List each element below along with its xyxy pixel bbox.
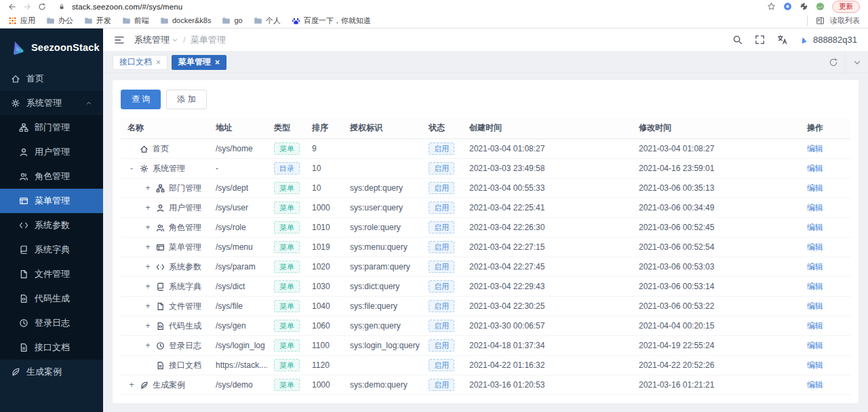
sidebar-item-dept-mgmt[interactable]: 部门管理 [0, 115, 103, 140]
sidebar-item-label: 首页 [26, 73, 44, 85]
bookmark-front[interactable]: 前端 [122, 16, 149, 26]
sidebar-item-api-doc[interactable]: 接口文档 [0, 335, 103, 360]
extensions-puzzle-icon[interactable] [800, 2, 808, 11]
close-icon[interactable]: × [156, 58, 161, 67]
tree-expander[interactable]: + [144, 203, 152, 212]
sidebar-item-code-gen[interactable]: 代码生成 [0, 286, 103, 311]
tabbar: 接口文档×菜单管理× [103, 52, 868, 73]
menu-icon [19, 196, 28, 206]
type-badge: 菜单 [274, 202, 300, 214]
edit-link[interactable]: 编辑 [807, 341, 823, 350]
edit-link[interactable]: 编辑 [807, 282, 823, 291]
sidebar-collapse-icon[interactable] [114, 35, 125, 45]
topbar: 系统管理 / 菜单管理 888882q31 [103, 29, 868, 52]
sidebar-item-user-mgmt[interactable]: 用户管理 [0, 140, 103, 164]
bookmark-apps[interactable]: 应用 [8, 16, 35, 26]
sidebar-item-sys-params[interactable]: 系统参数 [0, 213, 103, 238]
status-badge: 启用 [429, 202, 454, 214]
address-bar[interactable]: stack.seezoon.com/#/sys/menu [72, 3, 182, 11]
sidebar-item-label: 登录日志 [35, 317, 70, 329]
edit-link[interactable]: 编辑 [807, 321, 823, 331]
lock-icon[interactable] [58, 3, 65, 10]
add-button[interactable]: 添 加 [166, 90, 206, 109]
type-badge: 菜单 [274, 359, 300, 371]
table-row: 首页/sys/home菜单9启用2021-03-04 01:08:272021-… [121, 139, 850, 159]
search-icon[interactable] [732, 35, 743, 45]
sidebar-item-sys-dict[interactable]: 系统字典 [0, 238, 103, 262]
fullscreen-icon[interactable] [755, 35, 765, 45]
tab-api-doc[interactable]: 接口文档× [113, 55, 167, 70]
tree-expander[interactable]: + [144, 223, 152, 232]
translate-icon[interactable] [777, 35, 787, 45]
extension-icon[interactable] [783, 2, 792, 11]
menu-permission: sys:login_log:query [343, 336, 422, 356]
demo-icon [140, 381, 149, 390]
refresh-tab-icon[interactable] [822, 52, 845, 73]
menu-name: 角色管理 [169, 222, 201, 233]
table-row: +系统参数/sys/param菜单1020sys:param:query启用20… [121, 257, 850, 277]
reload-icon[interactable] [38, 3, 46, 11]
reading-list-label: 读取列表 [830, 16, 860, 26]
tree-expander[interactable]: + [144, 183, 152, 193]
forward-icon[interactable] [23, 3, 31, 11]
bookmark-go[interactable]: go [222, 16, 242, 25]
browser-update-button[interactable]: 更新 [832, 1, 860, 13]
folder-icon [46, 16, 55, 25]
edit-link[interactable]: 编辑 [807, 164, 823, 173]
tree-expander[interactable]: + [144, 262, 152, 271]
tree-expander[interactable]: + [144, 321, 152, 331]
breadcrumb-parent[interactable]: 系统管理 [134, 34, 178, 46]
column-header: 操作 [800, 117, 850, 139]
type-badge: 菜单 [274, 143, 300, 155]
sidebar-item-home[interactable]: 首页 [0, 67, 103, 91]
tree-expander[interactable]: + [144, 301, 152, 311]
folder-icon [84, 16, 93, 25]
type-badge: 菜单 [274, 221, 300, 233]
edit-link[interactable]: 编辑 [807, 203, 823, 212]
browser-profile-avatar[interactable] [816, 2, 825, 11]
tree-expander[interactable]: + [144, 242, 152, 252]
tab-options-chevron-icon[interactable] [845, 52, 868, 73]
brand[interactable]: SeezoonStack [0, 29, 103, 67]
bookmark-work[interactable]: 办公 [46, 16, 73, 26]
sidebar-item-system-mgmt[interactable]: 系统管理 [0, 91, 103, 115]
bookmark-docker[interactable]: docker&k8s [160, 16, 211, 25]
edit-link[interactable]: 编辑 [807, 223, 823, 232]
tree-expander[interactable]: - [127, 164, 136, 173]
status-badge: 启用 [429, 300, 454, 312]
menu-permission: sys:dept:query [343, 179, 422, 198]
sidebar-item-demo-case[interactable]: 生成案例 [0, 360, 103, 384]
folder-icon [254, 16, 262, 25]
table-row: -系统管理-目录10启用2021-03-03 23:49:582021-04-1… [121, 159, 850, 179]
bookmark-baidu[interactable]: 百度一下，你就知道 [292, 16, 371, 26]
created-time: 2021-04-22 01:16:32 [462, 356, 632, 375]
edit-link[interactable]: 编辑 [807, 380, 823, 390]
reading-list-button[interactable]: 读取列表 [807, 16, 860, 26]
bookmark-star-icon[interactable] [767, 2, 776, 11]
edit-link[interactable]: 编辑 [807, 242, 823, 252]
sidebar-item-login-log[interactable]: 登录日志 [0, 311, 103, 335]
bookmark-personal[interactable]: 个人 [254, 16, 281, 26]
type-badge: 菜单 [274, 379, 300, 391]
tree-expander[interactable]: + [144, 341, 152, 350]
edit-link[interactable]: 编辑 [807, 144, 823, 153]
user-menu[interactable]: 888882q31 [800, 35, 857, 45]
apps-grid-icon [8, 16, 17, 25]
edit-link[interactable]: 编辑 [807, 301, 823, 311]
type-badge: 菜单 [274, 300, 300, 312]
edit-link[interactable]: 编辑 [807, 262, 823, 271]
edit-link[interactable]: 编辑 [807, 183, 823, 193]
type-badge: 菜单 [274, 339, 300, 352]
edit-link[interactable]: 编辑 [807, 360, 823, 370]
back-icon[interactable] [8, 3, 16, 11]
tab-menu-mgmt[interactable]: 菜单管理× [172, 55, 226, 70]
tree-expander[interactable]: + [144, 282, 152, 291]
tree-expander[interactable]: + [127, 380, 136, 390]
bookmark-dev[interactable]: 开发 [84, 16, 111, 26]
query-button[interactable]: 查 询 [121, 90, 161, 109]
status-badge: 启用 [429, 261, 454, 273]
sidebar-item-file-mgmt[interactable]: 文件管理 [0, 262, 103, 286]
sidebar-item-role-mgmt[interactable]: 角色管理 [0, 164, 103, 189]
sidebar-item-menu-mgmt[interactable]: 菜单管理 [0, 189, 103, 213]
close-icon[interactable]: × [215, 58, 220, 67]
